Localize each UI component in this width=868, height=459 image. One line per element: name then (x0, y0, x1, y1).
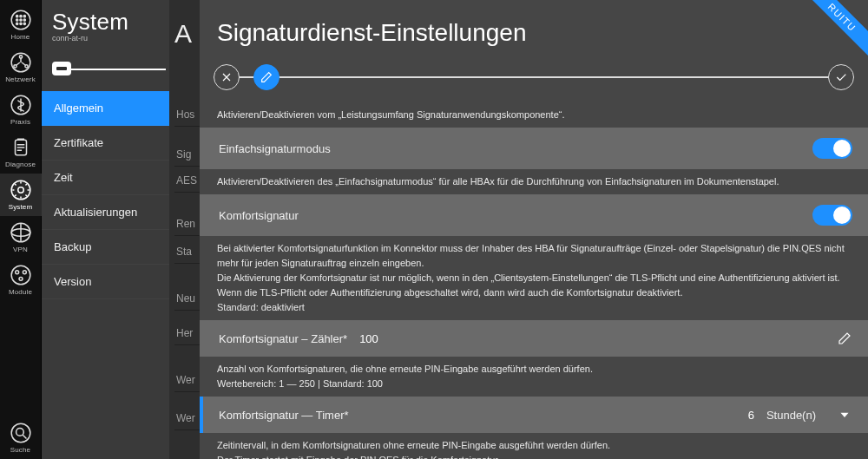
svg-point-21 (15, 271, 18, 274)
svg-point-24 (11, 423, 30, 443)
toggle-komfortsignatur[interactable] (812, 205, 852, 226)
edit-mode-button[interactable] (253, 64, 279, 90)
section-title: System (52, 9, 159, 36)
rail-item-diagnose[interactable]: Diagnose (0, 131, 42, 174)
svg-point-4 (16, 19, 17, 21)
secondary-item-allgemein[interactable]: Allgemein (42, 91, 169, 126)
rail-item-vpn[interactable]: VPN (0, 216, 42, 259)
section-label: Komfortsignatur – Zähler* (219, 332, 347, 345)
rail-label: Suche (10, 446, 30, 454)
settings-dialog: RUITU Signaturdienst-Einstellungen Aktiv… (200, 0, 868, 459)
edit-icon[interactable] (837, 331, 852, 346)
svg-point-23 (19, 277, 23, 280)
secondary-item-backup[interactable]: Backup (42, 230, 169, 265)
gear-icon (10, 179, 32, 201)
back-row: Neu (174, 286, 200, 311)
svg-point-7 (16, 23, 17, 24)
back-row: Wer (174, 406, 200, 430)
secondary-item-zeit[interactable]: Zeit (42, 161, 169, 195)
rail-item-system[interactable]: System (0, 174, 42, 216)
topology-graphic (50, 56, 161, 82)
svg-point-17 (17, 187, 23, 193)
toggle-einfachsignatur[interactable] (812, 138, 852, 159)
svg-point-8 (19, 23, 21, 24)
caduceus-icon (10, 94, 32, 116)
secondary-item-zertifikate[interactable]: Zertifikate (42, 126, 169, 161)
back-row: Sta (174, 239, 200, 264)
device-node-icon (52, 62, 71, 75)
section-komfortsignatur: Komfortsignatur (200, 194, 868, 236)
svg-point-20 (11, 266, 30, 285)
svg-point-9 (23, 23, 25, 24)
dialog-title: Signaturdienst-Einstellungen (200, 0, 868, 59)
section-einfachsignatur: Einfachsignaturmodus (200, 128, 868, 169)
back-row: Wer (174, 368, 200, 392)
confirm-button[interactable] (828, 64, 854, 90)
rail-item-home[interactable]: Home (0, 3, 42, 46)
clipboard-icon (10, 136, 32, 159)
timer-unit: Stunde(n) (766, 409, 816, 422)
rail-label: Diagnose (5, 161, 36, 168)
timer-value: 6 (748, 409, 754, 422)
rail-item-praxis[interactable]: Praxis (0, 89, 42, 131)
svg-point-1 (16, 16, 17, 17)
rail-label: Module (9, 288, 32, 296)
svg-point-3 (23, 16, 25, 17)
section-desc: Aktivieren/Deaktivieren des „Einfachsign… (200, 169, 868, 194)
back-row: Sig (174, 142, 200, 167)
grid-icon (10, 9, 32, 31)
section-label: Komfortsignatur — Timer* (219, 409, 349, 422)
back-row: Her (174, 321, 200, 345)
section-komfort-zaehler: Komfortsignatur – Zähler* 100 (200, 320, 868, 357)
network-icon (10, 51, 32, 74)
module-icon (10, 264, 32, 286)
svg-point-25 (16, 429, 23, 436)
rail-item-suche[interactable]: Suche (0, 416, 42, 459)
rail-item-module[interactable]: Module (0, 259, 42, 301)
dialog-action-bar (214, 59, 854, 95)
dialog-body: Aktivieren/Deaktivieren vom „Leistungsum… (200, 102, 868, 459)
rail-item-netzwerk[interactable]: Netzwerk (0, 46, 42, 89)
back-row: AES (174, 168, 200, 193)
nav-rail: Home Netzwerk Praxis Diagnose System VPN… (0, 0, 42, 459)
svg-point-2 (19, 16, 21, 17)
zaehler-value: 100 (359, 332, 378, 345)
globe-icon (10, 221, 32, 244)
svg-point-5 (19, 19, 21, 21)
back-layer: A Hos Sig AES Ren Sta Neu Her Wer Wer (169, 0, 200, 459)
rail-label: Netzwerk (5, 75, 36, 83)
close-button[interactable] (214, 64, 240, 90)
section-desc: Zeitintervall, in dem Komfortsignaturen … (200, 433, 868, 459)
section-label: Komfortsignatur (219, 209, 299, 222)
section-desc: Anzahl von Komfortsignaturen, die ohne e… (200, 357, 868, 397)
section-desc: Bei aktivierter Komfortsignaturfunktion … (200, 236, 868, 320)
svg-point-6 (23, 19, 25, 21)
svg-point-22 (23, 271, 26, 274)
rail-label: Praxis (10, 118, 30, 126)
section-label: Einfachsignaturmodus (219, 142, 331, 155)
secondary-item-version[interactable]: Version (42, 265, 169, 299)
rail-label: Home (11, 33, 30, 41)
back-row: Hos (174, 102, 200, 127)
intro-note: Aktivieren/Deaktivieren vom „Leistungsum… (200, 102, 868, 128)
rail-label: System (9, 203, 33, 211)
search-icon (10, 422, 32, 444)
back-heading: A (174, 19, 192, 49)
section-komfort-timer: Komfortsignatur — Timer* 6 Stunde(n) (200, 397, 868, 433)
back-row: Ren (174, 212, 200, 236)
secondary-item-aktualisierungen[interactable]: Aktualisierungen (42, 195, 169, 230)
chevron-down-icon[interactable] (837, 407, 852, 423)
rail-label: VPN (13, 246, 28, 253)
secondary-nav-list: Allgemein Zertifikate Zeit Aktualisierun… (42, 91, 169, 299)
secondary-nav: System conn-at-ru Allgemein Zertifikate … (42, 0, 169, 459)
